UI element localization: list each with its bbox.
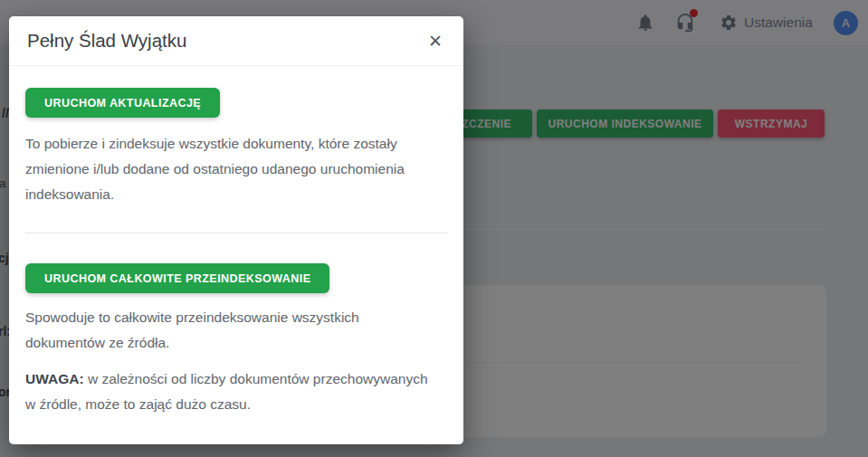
dialog-divider: [25, 233, 447, 233]
close-icon: ✕: [428, 31, 443, 52]
update-description: To pobierze i zindeksuje wszystkie dokum…: [25, 131, 439, 207]
exception-trace-dialog: Pełny Ślad Wyjątku ✕ URUCHOM AKTUALIZACJ…: [9, 16, 463, 444]
app-screen: Ustawienia A // a z cja rl: on SZCZENIE …: [0, 0, 868, 457]
dialog-body: URUCHOM AKTUALIZACJĘ To pobierze i zinde…: [9, 66, 463, 417]
run-update-button[interactable]: URUCHOM AKTUALIZACJĘ: [25, 88, 220, 118]
dialog-header: Pełny Ślad Wyjątku ✕: [9, 16, 463, 66]
dialog-title: Pełny Ślad Wyjątku: [27, 30, 422, 52]
run-full-reindex-button[interactable]: URUCHOM CAŁKOWITE PRZEINDEKSOWANIE: [25, 263, 329, 293]
reindex-description: Spowoduje to całkowite przeindeksowanie …: [25, 305, 439, 356]
reindex-warning: UWAGA: w zależności od liczby dokumentów…: [25, 367, 439, 417]
warning-text: w zależności od liczby dokumentów przech…: [25, 371, 428, 412]
warning-label: UWAGA:: [25, 371, 84, 386]
close-button[interactable]: ✕: [422, 27, 449, 54]
